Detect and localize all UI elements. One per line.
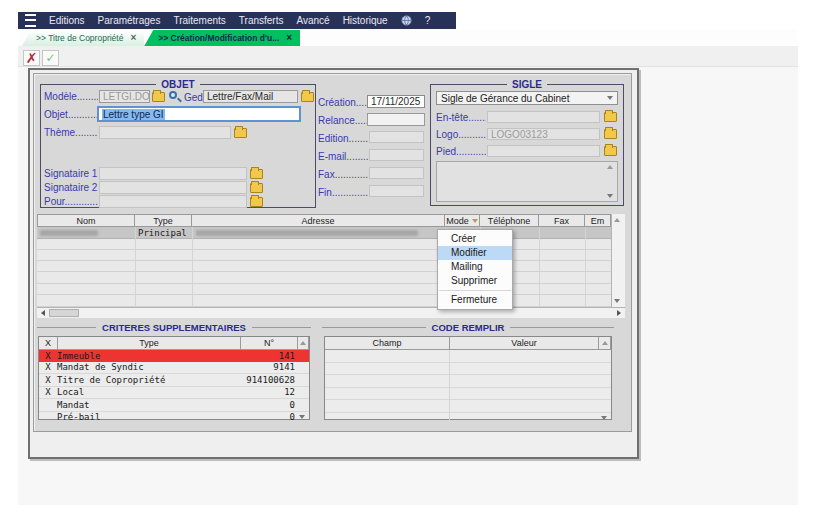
menu-parametrages[interactable]: Paramétrages xyxy=(98,15,161,26)
creation-value: 17/11/2025 xyxy=(371,96,420,107)
col-header-fax[interactable]: Fax xyxy=(539,214,585,227)
scroll-up-icon[interactable] xyxy=(607,165,613,169)
table-row[interactable] xyxy=(37,250,611,261)
criteres-row-mandat[interactable]: Mandat 0 xyxy=(39,399,309,412)
code-scrollbar-top[interactable] xyxy=(599,337,611,350)
menu-transferts[interactable]: Transferts xyxy=(239,15,284,26)
logo-label: Logo.................. xyxy=(436,129,486,140)
pour-field[interactable] xyxy=(99,195,247,208)
menu-avance[interactable]: Avancé xyxy=(296,15,329,26)
pour-folder-icon[interactable] xyxy=(250,197,263,207)
criteres-row-mandat-syndic[interactable]: X Mandat de Syndic 9141 xyxy=(39,362,309,375)
signataire2-field[interactable] xyxy=(99,181,247,194)
context-menu-item-creer[interactable]: Créer xyxy=(438,232,512,246)
table-row[interactable] xyxy=(37,295,611,307)
criteres-row-titre-copropriete[interactable]: X Titre de Copropriété 914100628 xyxy=(39,374,309,387)
table-row[interactable] xyxy=(37,261,611,272)
close-icon[interactable]: × xyxy=(286,33,292,43)
tab-creation-modification[interactable]: >> Création/Modification d'u... × xyxy=(144,30,300,46)
fin-label: Fin...................... xyxy=(318,187,368,198)
scroll-down-icon[interactable] xyxy=(601,416,607,420)
screen: Editions Paramétrages Traitements Transf… xyxy=(0,0,816,525)
table-row[interactable] xyxy=(37,239,611,250)
ged-folder-icon[interactable] xyxy=(301,92,314,102)
menu-editions[interactable]: Editions xyxy=(49,15,85,26)
pied-field[interactable] xyxy=(487,145,600,157)
col-header-email[interactable]: Em xyxy=(585,214,611,227)
scrollbar-thumb[interactable] xyxy=(49,309,79,317)
signataire1-field[interactable] xyxy=(99,167,247,180)
col-header-adresse[interactable]: Adresse xyxy=(192,214,445,227)
table-row[interactable] xyxy=(325,400,611,413)
context-menu-item-modifier[interactable]: Modifier xyxy=(438,246,512,260)
table-row[interactable] xyxy=(325,413,611,425)
scroll-down-icon[interactable] xyxy=(607,194,613,198)
entete-field[interactable] xyxy=(487,111,600,123)
signataire2-folder-icon[interactable] xyxy=(250,183,263,193)
criteres-header-num[interactable]: N° xyxy=(241,337,298,350)
col-header-nom[interactable]: Nom xyxy=(37,214,135,227)
sigle-textarea[interactable] xyxy=(436,161,618,202)
redacted-name xyxy=(40,230,98,236)
table-row[interactable] xyxy=(37,284,611,295)
menu-historique[interactable]: Historique xyxy=(343,15,388,26)
col-header-telephone[interactable]: Téléphone xyxy=(480,214,539,227)
cancel-button[interactable]: ✗ xyxy=(23,50,40,66)
scroll-right-icon[interactable] xyxy=(617,310,621,316)
criteres-x: X xyxy=(39,351,57,361)
sigle-dropdown[interactable]: Sigle de Gérance du Cabinet xyxy=(436,91,618,105)
column-separator xyxy=(192,227,193,307)
scroll-down-icon[interactable] xyxy=(614,299,620,303)
modele-field[interactable]: LETGI.DOT xyxy=(99,90,150,103)
ged-field[interactable]: Lettre/Fax/Mail xyxy=(203,90,298,103)
theme-folder-icon[interactable] xyxy=(234,128,247,138)
code-header-champ[interactable]: Champ xyxy=(325,337,450,350)
globe-icon[interactable] xyxy=(401,15,412,26)
table-vertical-scrollbar[interactable] xyxy=(611,214,625,307)
code-header-valeur[interactable]: Valeur xyxy=(450,337,599,350)
criteres-row-pre-bail[interactable]: Pré-bail 0 xyxy=(39,412,309,424)
table-row[interactable] xyxy=(325,388,611,401)
validate-button[interactable]: ✓ xyxy=(42,50,59,66)
criteres-scrollbar-top[interactable] xyxy=(298,337,309,350)
table-row[interactable] xyxy=(325,375,611,388)
context-menu-item-fermeture[interactable]: Fermeture xyxy=(438,293,512,307)
modele-folder-icon[interactable] xyxy=(152,92,165,102)
hamburger-menu-icon[interactable] xyxy=(25,14,36,27)
close-icon[interactable]: × xyxy=(130,33,136,43)
relance-field[interactable] xyxy=(367,113,425,126)
criteres-row-immeuble[interactable]: X Immeuble 141 xyxy=(39,350,309,362)
criteres-header-x[interactable]: X xyxy=(39,337,58,350)
theme-field[interactable] xyxy=(99,126,231,139)
criteres-header-type[interactable]: Type xyxy=(58,337,241,350)
menu-help[interactable]: ? xyxy=(425,15,431,26)
pied-folder-icon[interactable] xyxy=(604,146,617,156)
context-menu-item-supprimer[interactable]: Supprimer xyxy=(438,274,512,288)
col-header-mode[interactable]: Mode xyxy=(445,214,480,227)
table-horizontal-scrollbar[interactable] xyxy=(37,307,625,318)
menu-traitements[interactable]: Traitements xyxy=(173,15,225,26)
creation-field[interactable]: 17/11/2025 xyxy=(367,95,425,108)
edition-field xyxy=(369,131,424,143)
col-header-type[interactable]: Type xyxy=(135,214,192,227)
scroll-up-icon xyxy=(602,341,608,345)
criteres-row-local[interactable]: X Local 12 xyxy=(39,387,309,400)
context-menu-item-mailing[interactable]: Mailing xyxy=(438,260,512,274)
column-separator xyxy=(585,227,586,307)
signataire1-folder-icon[interactable] xyxy=(250,169,263,179)
table-row[interactable] xyxy=(325,363,611,376)
table-row[interactable] xyxy=(325,350,611,363)
logo-field[interactable]: LOGO03123 xyxy=(487,128,600,140)
toolbar xyxy=(18,46,798,67)
tab-titre-copropriete[interactable]: >> Titre de Copropriété × xyxy=(22,30,144,46)
logo-folder-icon[interactable] xyxy=(604,129,617,139)
criteres-x: X xyxy=(39,362,57,372)
scroll-up-icon[interactable] xyxy=(614,218,620,222)
table-row[interactable] xyxy=(37,272,611,284)
modele-search-icon[interactable] xyxy=(169,91,177,99)
scroll-down-icon[interactable] xyxy=(299,415,305,419)
context-menu: Créer Modifier Mailing Supprimer Fermetu… xyxy=(437,229,513,310)
entete-folder-icon[interactable] xyxy=(604,112,617,122)
objet-input[interactable]: Lettre type GI xyxy=(97,106,301,122)
scroll-left-icon[interactable] xyxy=(41,310,45,316)
